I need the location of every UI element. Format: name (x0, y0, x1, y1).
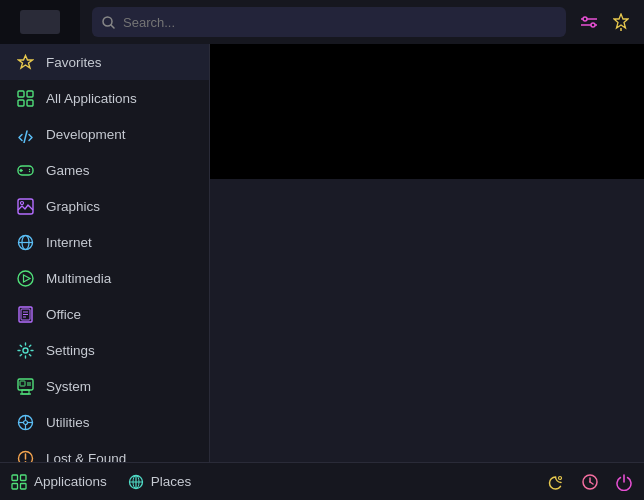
clock-icon[interactable] (580, 472, 600, 492)
sidebar-item-multimedia[interactable]: Multimedia (0, 260, 209, 296)
development-icon (16, 125, 34, 143)
sidebar-item-label-internet: Internet (46, 235, 92, 250)
svg-line-13 (24, 131, 27, 143)
sidebar-item-label-multimedia: Multimedia (46, 271, 111, 286)
internet-icon (16, 233, 34, 251)
sidebar-item-development[interactable]: Development (0, 116, 209, 152)
bottombar-places-label: Places (151, 474, 192, 489)
system-icon (16, 377, 34, 395)
sidebar-item-label-office: Office (46, 307, 81, 322)
svg-point-54 (559, 476, 562, 479)
svg-rect-36 (20, 381, 25, 386)
favorites-icon (16, 53, 34, 71)
svg-marker-26 (23, 275, 30, 282)
sidebar-item-all-applications[interactable]: All Applications (0, 80, 209, 116)
search-input[interactable] (123, 15, 556, 30)
svg-rect-48 (12, 475, 18, 481)
moon-icon[interactable] (546, 472, 566, 492)
svg-rect-9 (18, 91, 24, 97)
office-icon (16, 305, 34, 323)
sidebar-item-label-system: System (46, 379, 91, 394)
lost-found-icon (16, 449, 34, 462)
graphics-icon (16, 197, 34, 215)
games-icon (16, 161, 34, 179)
featured-banner (210, 44, 644, 179)
search-container (92, 7, 566, 37)
main-area: Favorites All Applications (0, 44, 644, 462)
sidebar-item-favorites[interactable]: Favorites (0, 44, 209, 80)
pin-icon[interactable] (610, 11, 632, 33)
svg-rect-10 (27, 91, 33, 97)
logo-block (20, 10, 60, 34)
sidebar-item-graphics[interactable]: Graphics (0, 188, 209, 224)
sidebar-item-label-graphics: Graphics (46, 199, 100, 214)
bottombar-item-applications[interactable]: Applications (10, 473, 107, 491)
bottombar-places-icon (127, 473, 145, 491)
svg-point-32 (23, 348, 28, 353)
sidebar-item-internet[interactable]: Internet (0, 224, 209, 260)
sidebar-item-label-all-applications: All Applications (46, 91, 137, 106)
all-applications-icon (16, 89, 34, 107)
svg-point-18 (28, 168, 29, 169)
svg-point-21 (20, 201, 23, 204)
utilities-icon (16, 413, 34, 431)
svg-rect-49 (21, 475, 27, 481)
svg-point-2 (583, 17, 587, 21)
power-icon[interactable] (614, 472, 634, 492)
svg-line-57 (590, 482, 593, 484)
bottombar-item-places[interactable]: Places (127, 473, 192, 491)
sidebar-item-games[interactable]: Games (0, 152, 209, 188)
multimedia-icon (16, 269, 34, 287)
settings-icon (16, 341, 34, 359)
svg-rect-12 (27, 100, 33, 106)
sidebar-item-utilities[interactable]: Utilities (0, 404, 209, 440)
svg-point-3 (591, 23, 595, 27)
sidebar-item-system[interactable]: System (0, 368, 209, 404)
svg-rect-20 (18, 199, 33, 214)
sidebar-item-label-lost-found: Lost & Found (46, 451, 126, 463)
svg-rect-50 (12, 483, 18, 489)
svg-point-19 (28, 170, 29, 171)
sidebar-item-label-development: Development (46, 127, 126, 142)
sidebar-item-label-favorites: Favorites (46, 55, 102, 70)
filter-icon[interactable] (578, 11, 600, 33)
svg-line-1 (111, 25, 114, 28)
sidebar-item-label-settings: Settings (46, 343, 95, 358)
bottombar-right-icons (546, 472, 634, 492)
svg-rect-51 (21, 483, 27, 489)
sidebar-item-office[interactable]: Office (0, 296, 209, 332)
search-icon (102, 16, 115, 29)
bottombar-applications-icon (10, 473, 28, 491)
sidebar-item-lost-found[interactable]: Lost & Found (0, 440, 209, 462)
sidebar-item-label-games: Games (46, 163, 90, 178)
topbar-icons (578, 11, 644, 33)
sidebar-item-label-utilities: Utilities (46, 415, 90, 430)
topbar-logo (0, 0, 80, 44)
svg-rect-11 (18, 100, 24, 106)
sidebar: Favorites All Applications (0, 44, 210, 462)
svg-point-40 (23, 420, 27, 424)
topbar (0, 0, 644, 44)
bottombar: Applications Places (0, 462, 644, 500)
bottombar-applications-label: Applications (34, 474, 107, 489)
sidebar-item-settings[interactable]: Settings (0, 332, 209, 368)
content-area (210, 44, 644, 462)
